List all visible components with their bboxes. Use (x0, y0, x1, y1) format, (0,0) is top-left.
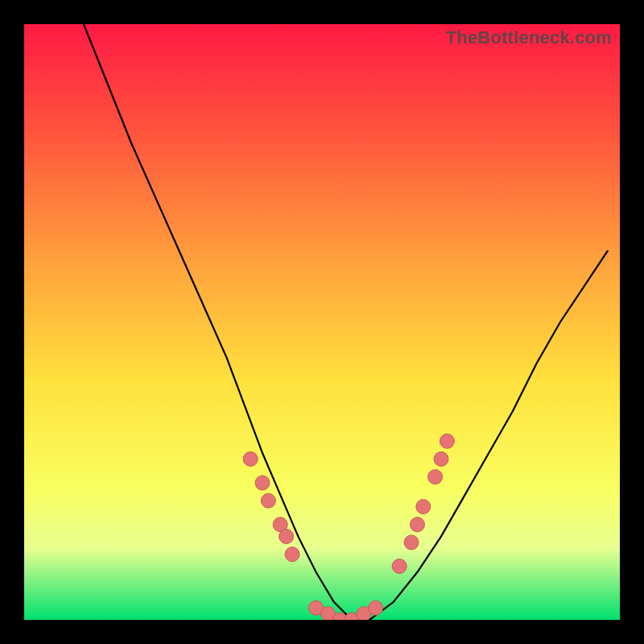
left-dot-6 (285, 547, 299, 562)
left-dot-5 (279, 529, 294, 543)
right-dot-4 (416, 499, 431, 514)
right-dot-5 (428, 469, 443, 484)
bottleneck-curve-path (84, 24, 608, 620)
right-dot-3 (410, 518, 424, 532)
marker-group (243, 434, 454, 620)
right-dot-2 (404, 535, 419, 550)
right-dot-6 (434, 452, 448, 466)
chart-frame: TheBottleneck.com (24, 24, 620, 620)
left-dot-1 (243, 452, 258, 466)
chart-svg (24, 24, 620, 620)
right-dot-7 (440, 434, 454, 448)
right-dot-1 (392, 559, 407, 573)
left-dot-3 (261, 493, 275, 508)
bottom-6 (369, 601, 383, 615)
left-dot-2 (255, 476, 270, 490)
